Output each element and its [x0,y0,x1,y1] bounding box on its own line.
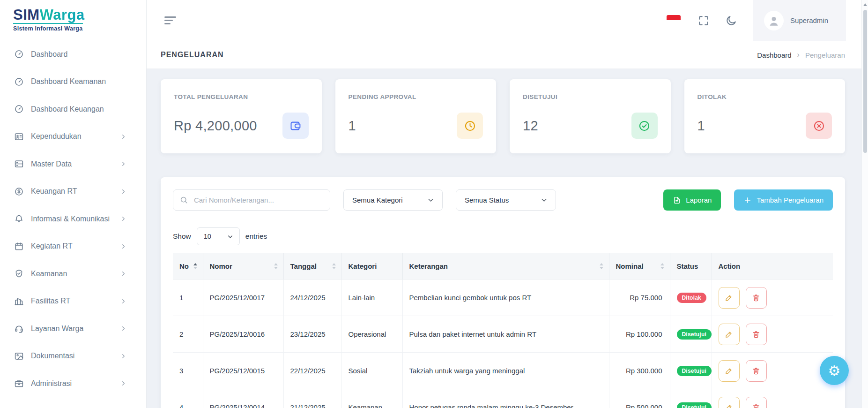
sidebar: SIMWarga Sistem informasi Warga Dashboar… [0,0,147,408]
report-button[interactable]: Laporan [663,189,721,211]
cell-status: Disetujui [670,389,712,408]
delete-button[interactable] [746,324,767,345]
page-scrollbar[interactable] [861,0,868,408]
status-filter-select[interactable]: Semua Status [456,189,556,211]
table-row: 2PG/2025/12/001623/12/2025OperasionalPul… [173,316,833,353]
cell-no: 3 [173,353,203,389]
sidebar-item-dashboard[interactable]: Dashboard [0,41,146,68]
user-menu[interactable]: Superadmin [753,0,846,41]
sidebar-item-keamanan[interactable]: Keamanan [0,260,146,288]
scrollbar-up-arrow-icon[interactable] [863,3,867,6]
user-name: Superadmin [790,16,828,24]
status-filter-value: Semua Status [465,196,509,204]
cell-tanggal: 24/12/2025 [283,280,341,316]
sidebar-item-label: Administrasi [31,379,120,388]
chevron-right-icon [120,243,127,250]
cell-action [712,389,833,408]
calendar-icon [14,242,24,251]
indonesia-flag-icon[interactable] [667,15,681,24]
database-icon [14,159,24,169]
sidebar-item-administrasi[interactable]: Administrasi [0,370,146,398]
breadcrumb: Dashboard › Pengeluaran [757,51,845,59]
chevron-down-icon [540,196,548,204]
sidebar-item-label: Master Data [31,160,120,168]
entries-label: entries [245,232,267,241]
sidebar-item-label: Kependudukan [31,132,120,141]
cell-nominal: Rp 500.000 [609,389,670,408]
delete-button[interactable] [746,287,767,309]
add-expense-button-label: Tambah Pengeluaran [757,196,823,204]
cell-keterangan: Takziah untuk warga yang meninggal [402,353,609,389]
main-area: Superadmin PENGELUARAN Dashboard › Penge… [147,0,868,408]
cell-no: 4 [173,389,203,408]
sort-arrows-icon [596,263,603,269]
sort-arrows-icon [328,263,336,269]
column-header-nomor[interactable]: Nomor [203,253,283,280]
sidebar-item-kegiatan-rt[interactable]: Kegiatan RT [0,233,146,260]
cell-nomor: PG/2025/12/0014 [203,389,283,408]
table-row: 3PG/2025/12/001522/12/2025SosialTakziah … [173,353,833,389]
add-expense-button[interactable]: Tambah Pengeluaran [734,189,833,211]
search-input[interactable] [173,189,330,211]
cell-no: 1 [173,280,203,316]
fullscreen-icon[interactable] [697,15,710,27]
check-circle-icon [631,113,658,139]
sidebar-item-kependudukan[interactable]: Kependudukan [0,123,146,151]
scrollbar-thumb[interactable] [863,10,867,153]
column-header-nominal[interactable]: Nominal [609,253,670,280]
settings-fab[interactable]: ⚙ [820,356,849,385]
column-header-tanggal[interactable]: Tanggal [283,253,341,280]
breadcrumb-separator-icon: › [797,51,800,59]
expense-table: NoNomorTanggalKategoriKeteranganNominalS… [173,253,833,408]
sidebar-item-master-data[interactable]: Master Data [0,151,146,178]
sidebar-item-keuangan-rt[interactable]: Keuangan RT [0,178,146,205]
column-header-keterangan[interactable]: Keterangan [402,253,609,280]
show-label: Show [173,232,191,241]
delete-button[interactable] [746,397,767,408]
column-header-no[interactable]: No [173,253,203,280]
user-avatar-icon [764,11,784,30]
sidebar-item-fasilitas-rt[interactable]: Fasilitas RT [0,287,146,315]
sidebar-item-dashboard-keuangan[interactable]: Dashboard Keuangan [0,96,146,123]
sidebar-item-dashboard-keamanan[interactable]: Dashboard Keamanan [0,68,146,96]
brand-name: SIMWarga [13,8,146,23]
menu-toggle-button[interactable] [162,14,179,27]
sidebar-item-label: Kegiatan RT [31,242,120,250]
chevron-right-icon [120,270,127,277]
cell-action [712,280,833,316]
page-length-select[interactable]: 10 [197,227,240,245]
sidebar-item-dokumentasi[interactable]: Dokumentasi [0,342,146,370]
edit-button[interactable] [719,397,740,408]
image-icon [14,351,24,361]
cell-keterangan: Pembelian kunci gembok untuk pos RT [402,280,609,316]
moon-icon[interactable] [725,15,737,27]
category-filter-select[interactable]: Semua Kategori [343,189,443,211]
edit-button[interactable] [719,324,740,345]
page-header: PENGELUARAN Dashboard › Pengeluaran [147,41,868,69]
cell-kategori: Lain-lain [341,280,402,316]
sidebar-item-label: Layanan Warga [31,325,120,333]
edit-button[interactable] [719,287,740,309]
column-header-kategori: Kategori [341,253,402,280]
entries-control: Show 10 entries [173,227,833,245]
status-badge: Disetujui [677,366,712,376]
cell-nomor: PG/2025/12/0016 [203,316,283,353]
gauge-icon [14,49,24,59]
page-title: PENGELUARAN [161,51,224,59]
navbar-right: Superadmin [667,0,868,41]
stat-card-value: 12 [523,118,538,134]
report-button-label: Laporan [686,196,712,204]
breadcrumb-dashboard-link[interactable]: Dashboard [757,51,791,59]
sidebar-item-informasi-komunikasi[interactable]: Informasi & Komunikasi [0,205,146,233]
x-circle-icon [806,113,832,139]
edit-button[interactable] [719,360,740,382]
delete-button[interactable] [746,360,767,382]
column-header-status: Status [670,253,712,280]
brand-logo[interactable]: SIMWarga Sistem informasi Warga [0,0,146,37]
stat-card-value: 1 [697,118,705,134]
column-label: Keterangan [409,262,448,270]
cell-nominal: Rp 300.000 [609,353,670,389]
top-navbar: Superadmin [147,0,868,41]
table-row: 1PG/2025/12/001724/12/2025Lain-lainPembe… [173,280,833,316]
sidebar-item-layanan-warga[interactable]: Layanan Warga [0,315,146,343]
